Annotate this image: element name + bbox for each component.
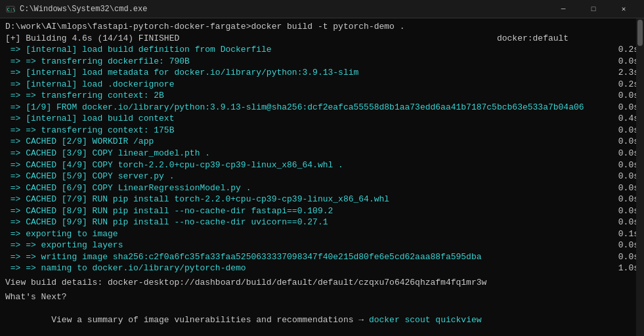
terminal-line: => CACHED [2/9] WORKDIR /app 0.0s [5, 136, 639, 148]
line-text: => exporting to image [5, 228, 613, 240]
line-time: 0.0s [613, 102, 639, 114]
line-time: 0.0s [613, 136, 639, 148]
terminal-line: => CACHED [4/9] COPY torch-2.2.0+cpu-cp3… [5, 159, 639, 171]
terminal-line: What's Next? [5, 291, 639, 303]
whats-next-body: View a summary of image vulnerabilities … [5, 303, 639, 336]
line-time: 0.0s [613, 148, 639, 159]
terminal-line: => CACHED [3/9] COPY linear_model.pth . … [5, 148, 639, 159]
line-text: => CACHED [7/9] RUN pip install torch-2.… [5, 194, 613, 205]
terminal-line: => => writing image sha256:c2f0a6fc35fa3… [5, 251, 639, 263]
line-text: => => transferring context: 175B [5, 125, 613, 136]
line-text: => => exporting layers [5, 240, 613, 251]
line-time: 0.2s [613, 79, 639, 91]
terminal-line: => [internal] load metadata for docker.i… [5, 67, 639, 79]
line-text: => CACHED [5/9] COPY server.py . [5, 171, 613, 182]
terminal-line: View build details: docker-desktop://das… [5, 277, 639, 289]
line-time: 0.1s [613, 228, 639, 240]
title-bar-text: C:\Windows\System32\cmd.exe [20, 5, 548, 14]
terminal-line: => => transferring dockerfile: 790B 0.0s [5, 56, 639, 68]
terminal-line: => => transferring context: 2B 0.0s [5, 90, 639, 102]
line-text: => CACHED [4/9] COPY torch-2.2.0+cpu-cp3… [5, 159, 613, 171]
terminal-line: => CACHED [7/9] RUN pip install torch-2.… [5, 194, 639, 205]
whats-next-title: What's Next? [5, 291, 639, 303]
line-time: 0.0s [613, 171, 639, 182]
line-text: => [internal] load build definition from… [5, 44, 613, 56]
terminal-line: D:\work\AI\mlops\fastapi-pytorch-docker-… [5, 21, 639, 33]
terminal-line: => => transferring context: 175B 0.0s [5, 125, 639, 136]
line-time: 0.0s [613, 251, 639, 263]
minimize-button[interactable]: ─ [548, 0, 578, 18]
cmd-icon: C:\ [5, 4, 16, 14]
line-text: => => writing image sha256:c2f0a6fc35fa3… [5, 251, 613, 263]
window: C:\ C:\Windows\System32\cmd.exe ─ □ ✕ D:… [0, 0, 644, 336]
terminal-line: => CACHED [8/9] RUN pip install --no-cac… [5, 205, 639, 217]
terminal-line: => [internal] load build context 0.4s [5, 113, 639, 125]
line-time: 0.2s [613, 44, 639, 56]
terminal-line: => => exporting layers 0.0s [5, 240, 639, 251]
line-text: => => transferring context: 2B [5, 90, 613, 102]
terminal-line: View a summary of image vulnerabilities … [5, 303, 639, 336]
line-text: => [internal] load .dockerignore [5, 79, 613, 91]
line-text: => [1/9] FROM docker.io/library/python:3… [5, 102, 613, 114]
line-text: => CACHED [6/9] COPY LinearRegressionMod… [5, 182, 613, 194]
line-text: [+] Building 4.6s (14/14) FINISHED docke… [5, 33, 639, 45]
terminal-line: => [internal] load .dockerignore 0.2s [5, 79, 639, 91]
line-time: 0.0s [613, 125, 639, 136]
line-text: => [internal] load build context [5, 113, 613, 125]
title-bar: C:\ C:\Windows\System32\cmd.exe ─ □ ✕ [0, 0, 644, 18]
scrollbar-thumb[interactable] [637, 20, 643, 46]
terminal-line: => CACHED [9/9] RUN pip install --no-cac… [5, 217, 639, 228]
line-time: 2.3s [613, 67, 639, 79]
line-time: 0.0s [613, 205, 639, 217]
title-bar-controls: ─ □ ✕ [548, 0, 639, 18]
terminal-line: => CACHED [5/9] COPY server.py . 0.0s [5, 171, 639, 182]
line-text: => CACHED [9/9] RUN pip install --no-cac… [5, 217, 613, 228]
line-time: 0.0s [613, 159, 639, 171]
line-time: 0.0s [613, 240, 639, 251]
line-time: 0.0s [613, 182, 639, 194]
maximize-button[interactable]: □ [578, 0, 609, 18]
terminal-line: => CACHED [6/9] COPY LinearRegressionMod… [5, 182, 639, 194]
line-time: 0.0s [613, 90, 639, 102]
line-time: 1.0s [613, 262, 639, 274]
svg-text:C:\: C:\ [7, 7, 15, 12]
line-text: => CACHED [2/9] WORKDIR /app [5, 136, 613, 148]
terminal-body: D:\work\AI\mlops\fastapi-pytorch-docker-… [0, 18, 644, 336]
terminal-line: => [internal] load build definition from… [5, 44, 639, 56]
view-build-line: View build details: docker-desktop://das… [5, 277, 639, 289]
scout-cmd: docker scout quickview [364, 315, 481, 325]
line-time: 0.0s [613, 56, 639, 68]
terminal-line: => exporting to image 0.1s [5, 228, 639, 240]
line-text: => => naming to docker.io/library/pytorc… [5, 262, 613, 274]
line-text: => CACHED [8/9] RUN pip install --no-cac… [5, 205, 613, 217]
line-text: => CACHED [3/9] COPY linear_model.pth . [5, 148, 613, 159]
terminal-line: [+] Building 4.6s (14/14) FINISHED docke… [5, 33, 639, 45]
close-button[interactable]: ✕ [609, 0, 639, 18]
terminal-line: => [1/9] FROM docker.io/library/python:3… [5, 102, 639, 114]
terminal-line: => => naming to docker.io/library/pytorc… [5, 262, 639, 274]
line-text: D:\work\AI\mlops\fastapi-pytorch-docker-… [5, 21, 639, 33]
line-time: 0.0s [613, 194, 639, 205]
line-time: 0.0s [613, 217, 639, 228]
line-text: => [internal] load metadata for docker.i… [5, 67, 613, 79]
scrollbar[interactable] [636, 18, 644, 336]
line-text: => => transferring dockerfile: 790B [5, 56, 613, 68]
line-time: 0.4s [613, 113, 639, 125]
